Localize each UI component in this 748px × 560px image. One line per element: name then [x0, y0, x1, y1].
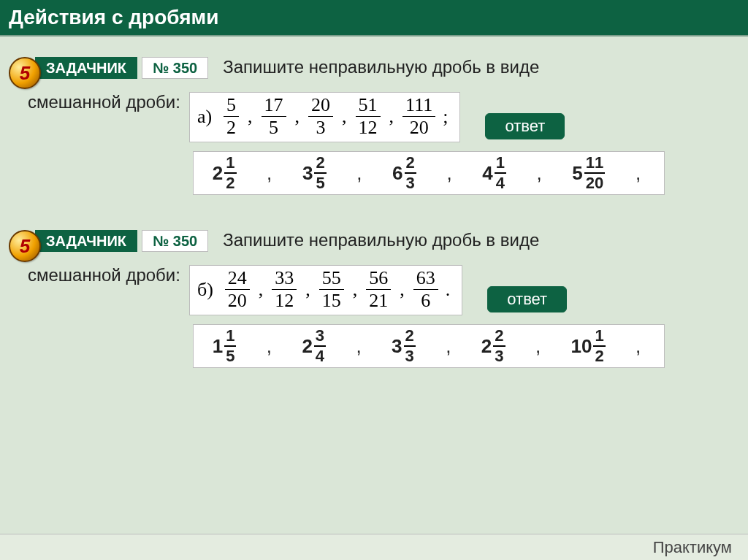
fraction: 636: [413, 269, 438, 310]
footer-label: Практикум: [653, 538, 732, 557]
footer: Практикум: [0, 534, 748, 560]
fraction: 5621: [366, 269, 391, 310]
prompt-text-2: смешанной дроби:: [28, 265, 180, 285]
given-label: а): [197, 106, 212, 128]
fraction: 175: [262, 96, 286, 137]
content: 5 ЗАДАЧНИК № 350 Запишите неправильную д…: [0, 37, 748, 368]
coin-icon: 5: [9, 230, 41, 262]
page-header: Действия с дробями: [0, 0, 748, 37]
mixed-number: 1012: [571, 328, 606, 364]
answer-button[interactable]: ответ: [485, 113, 565, 139]
task-block: 5 ЗАДАЧНИК № 350 Запишите неправильную д…: [9, 230, 739, 368]
answer-box: 212, 325, 623, 414, 51120,: [193, 151, 665, 195]
fraction: 3312: [272, 269, 297, 310]
answer-button[interactable]: ответ: [487, 286, 567, 312]
given-terminator: ;: [443, 106, 448, 128]
workbook-badge: ЗАДАЧНИК: [35, 57, 137, 79]
fraction: 5112: [356, 96, 381, 137]
prompt-text-2: смешанной дроби:: [28, 92, 180, 112]
mixed-number: 115: [213, 328, 237, 364]
task-number-badge: № 350: [142, 230, 208, 252]
fraction: 203: [308, 96, 333, 137]
task-number-badge: № 350: [142, 57, 208, 79]
given-terminator: .: [446, 279, 451, 301]
coin-icon: 5: [9, 57, 41, 89]
prompt-text: Запишите неправильную дробь в виде: [213, 230, 539, 250]
mixed-number: 234: [302, 328, 326, 364]
task-block: 5 ЗАДАЧНИК № 350 Запишите неправильную д…: [9, 57, 739, 195]
mixed-number: 414: [482, 155, 506, 191]
given-fractions: а) 52, 175, 203, 5112, 11120 ;: [189, 92, 461, 142]
workbook-badge: ЗАДАЧНИК: [35, 230, 137, 252]
given-fractions: б) 2420, 3312, 5515, 5621, 636 .: [189, 265, 462, 315]
mixed-number: 51120: [572, 155, 605, 191]
mixed-number: 323: [392, 328, 416, 364]
answer-box: 115, 234, 323, 223, 1012,: [193, 324, 665, 368]
fraction: 2420: [225, 269, 250, 310]
given-label: б): [197, 279, 213, 301]
fraction: 52: [224, 96, 239, 137]
mixed-number: 212: [213, 155, 237, 191]
prompt-text: Запишите неправильную дробь в виде: [213, 57, 539, 77]
fraction: 5515: [319, 269, 344, 310]
mixed-number: 223: [481, 328, 505, 364]
fraction: 11120: [402, 96, 435, 137]
mixed-number: 325: [302, 155, 327, 191]
mixed-number: 623: [392, 155, 416, 191]
